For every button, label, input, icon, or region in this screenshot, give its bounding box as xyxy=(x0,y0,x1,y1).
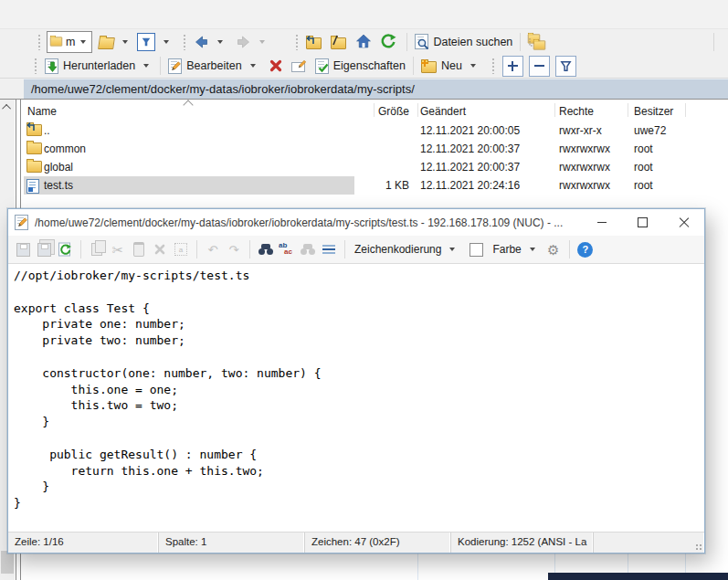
toolbar-separator xyxy=(344,240,345,258)
column-header-owner[interactable]: Besitzer xyxy=(634,105,673,118)
chevron-up-icon xyxy=(2,104,11,113)
scrollbar-thumb[interactable] xyxy=(1,551,14,574)
gear-icon: ⚙ xyxy=(547,243,559,257)
unselect-files-button[interactable] xyxy=(529,56,550,77)
parent-directory-button[interactable] xyxy=(303,33,324,51)
editor-title-bar[interactable]: /home/uwe72/clement/docker/my-datas/iobr… xyxy=(8,209,704,236)
undo-icon: ↶ xyxy=(208,244,218,256)
filter-icon xyxy=(137,33,155,51)
table-row-test-ts[interactable]: test.ts 1 KB 12.11.2021 20:24:16 rwxrwxr… xyxy=(24,176,728,195)
forward-button xyxy=(233,33,271,51)
new-button[interactable]: Neu xyxy=(418,57,482,75)
chevron-down-icon xyxy=(80,40,86,44)
synchronize-browsing-button[interactable] xyxy=(525,32,549,52)
folder-icon xyxy=(50,37,62,46)
go-to-line-button[interactable] xyxy=(320,240,338,258)
back-button[interactable] xyxy=(191,33,229,51)
column-header-size[interactable]: Größe xyxy=(318,105,409,118)
scroll-up-button[interactable] xyxy=(0,100,15,115)
open-directory-button[interactable] xyxy=(96,33,134,51)
minimize-button[interactable] xyxy=(581,209,622,236)
toolbar-grip[interactable] xyxy=(491,58,495,74)
paste-icon xyxy=(133,242,144,257)
save-copy-icon xyxy=(37,243,51,257)
session-directory-combo[interactable]: m xyxy=(47,31,92,53)
close-button[interactable] xyxy=(663,209,704,236)
undo-button: ↶ xyxy=(204,240,222,258)
folder-tree-icon xyxy=(528,34,546,50)
toolbar-separator xyxy=(196,240,197,258)
table-row-global[interactable]: global 12.11.2021 20:00:37 rwxrwxrwx roo… xyxy=(24,158,728,176)
toolbar-separator xyxy=(249,240,250,258)
toolbar-grip[interactable] xyxy=(183,34,186,50)
editor-toolbar: ✂ a ↶ ↷ Zeichenkodierung Farbe xyxy=(8,236,704,264)
cut-icon: ✂ xyxy=(112,243,124,257)
chevron-down-icon xyxy=(164,40,169,44)
chevron-down-icon xyxy=(122,40,128,44)
reload-button[interactable] xyxy=(56,240,74,258)
copy-button xyxy=(88,240,106,258)
code-content: //opt/iobroker/my-scripts/test.ts export… xyxy=(8,264,704,511)
preferences-button[interactable]: ⚙ xyxy=(544,240,563,258)
find-files-button[interactable]: Dateien suchen xyxy=(412,32,515,51)
rename-icon xyxy=(291,59,307,73)
color-menu-button[interactable]: Farbe xyxy=(490,241,541,258)
color-label: Farbe xyxy=(492,243,521,256)
download-button[interactable]: Herunterladen xyxy=(42,57,155,76)
table-row-common[interactable]: common 12.11.2021 20:00:37 rwxrwxrwx roo… xyxy=(24,140,728,158)
minus-icon xyxy=(534,65,544,67)
column-header-rights[interactable]: Rechte xyxy=(559,105,594,118)
chevron-down-icon xyxy=(449,248,455,251)
refresh-button[interactable] xyxy=(377,32,399,51)
download-label: Herunterladen xyxy=(63,59,135,72)
search-document-icon xyxy=(415,34,428,49)
editor-status-bar: Zeile: 1/16 Spalte: 1 Zeichen: 47 (0x2F)… xyxy=(8,532,704,553)
code-editor-area[interactable]: //opt/iobroker/my-scripts/test.ts export… xyxy=(8,264,704,533)
redo-icon: ↷ xyxy=(229,244,239,256)
toolbar-commands: Herunterladen Bearbeiten Eigenschaften xyxy=(0,54,728,79)
encoding-menu-button[interactable]: Zeichenkodierung xyxy=(352,241,461,258)
toolbar-grip[interactable] xyxy=(295,34,299,50)
delete-x-icon xyxy=(153,243,166,256)
help-button[interactable]: ? xyxy=(576,240,595,258)
folder-parent-icon xyxy=(306,37,322,49)
folder-root-icon xyxy=(331,37,346,49)
home-directory-button[interactable] xyxy=(353,32,375,51)
remote-path-text: /home/uwe72/clement/docker/my-datas/iobr… xyxy=(31,82,415,96)
column-header-modified[interactable]: Geändert xyxy=(420,105,466,118)
selection-filter-button[interactable] xyxy=(555,56,576,77)
toolbar-grip[interactable] xyxy=(37,34,41,50)
taskbar-strip xyxy=(548,573,728,580)
folder-up-icon xyxy=(26,123,42,139)
resize-grip-icon[interactable] xyxy=(695,543,702,551)
root-directory-button[interactable] xyxy=(328,33,349,51)
rename-button[interactable] xyxy=(289,58,310,75)
select-files-button[interactable] xyxy=(502,56,523,77)
properties-icon xyxy=(315,58,329,74)
sort-ascending-icon xyxy=(183,100,193,110)
properties-button[interactable]: Eigenschaften xyxy=(312,57,408,76)
find-button[interactable] xyxy=(257,240,275,258)
filter-button[interactable] xyxy=(134,31,175,53)
table-row-parent-dir[interactable]: .. 12.11.2021 20:00:05 rwxr-xr-x uwe72 xyxy=(24,121,728,140)
redo-button: ↷ xyxy=(225,240,243,258)
path-row: /home/uwe72/clement/docker/my-datas/iobr… xyxy=(0,79,728,100)
open-folder-icon xyxy=(99,37,116,49)
remote-path-bar[interactable]: /home/uwe72/clement/docker/my-datas/iobr… xyxy=(24,79,728,99)
toolbar-separator xyxy=(520,33,521,51)
new-folder-icon xyxy=(421,61,437,73)
edit-button[interactable]: Bearbeiten xyxy=(165,57,261,76)
toolbar-separator xyxy=(80,240,81,258)
editor-document-icon xyxy=(15,215,28,230)
save-button xyxy=(14,240,32,258)
column-header-name[interactable]: Name xyxy=(27,105,57,118)
window-top-strip xyxy=(0,0,728,29)
cut-button: ✂ xyxy=(109,240,127,258)
replace-button[interactable] xyxy=(278,240,296,258)
delete-button[interactable] xyxy=(266,57,286,75)
winscp-window: m xyxy=(0,0,728,580)
close-icon xyxy=(679,217,690,228)
color-checkbox[interactable] xyxy=(470,243,483,257)
maximize-button[interactable] xyxy=(622,209,663,236)
toolbar-grip[interactable] xyxy=(34,58,37,74)
